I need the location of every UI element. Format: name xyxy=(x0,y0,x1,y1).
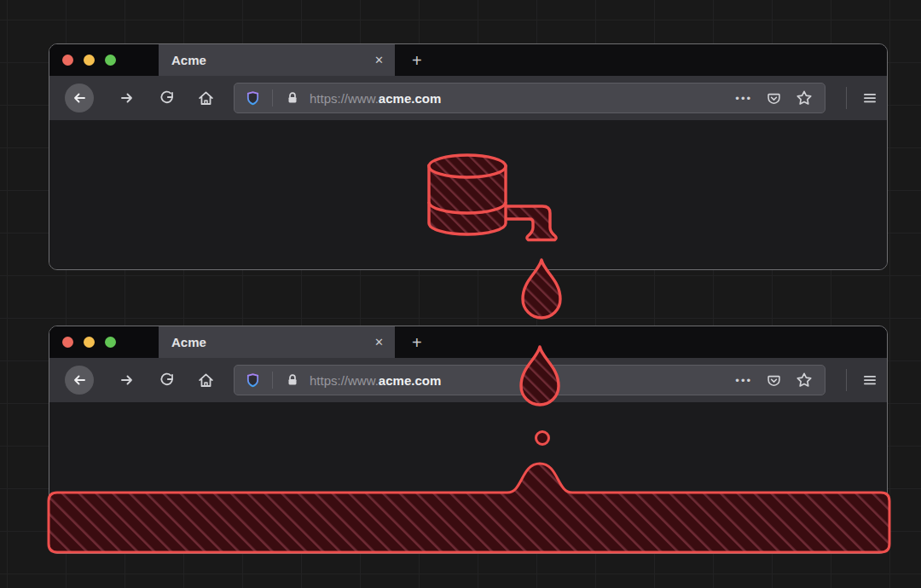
url-domain: acme.com xyxy=(379,373,441,388)
spout-icon xyxy=(505,206,556,240)
bookmark-star-icon[interactable] xyxy=(796,372,813,389)
minimize-window-button[interactable] xyxy=(84,337,95,348)
drop-on-urlbar-icon xyxy=(519,345,560,408)
window-controls xyxy=(49,44,159,76)
navigation-toolbar: https://www.acme.com ••• xyxy=(49,76,887,120)
url-bar-actions: ••• xyxy=(735,372,825,389)
home-icon xyxy=(197,372,215,389)
navigation-toolbar: https://www.acme.com ••• xyxy=(49,358,887,402)
page-actions-icon[interactable]: ••• xyxy=(735,375,752,386)
url-bar-divider xyxy=(272,89,273,107)
url-text: https://www.acme.com xyxy=(310,373,441,388)
back-arrow-icon xyxy=(71,372,88,389)
pocket-icon[interactable] xyxy=(766,372,782,389)
lock-icon xyxy=(286,373,299,387)
falling-drop-icon xyxy=(521,258,562,321)
app-menu-button[interactable] xyxy=(861,372,878,389)
database-cylinder-icon xyxy=(429,155,506,234)
forward-button[interactable] xyxy=(119,372,136,389)
hamburger-menu-icon xyxy=(861,89,878,107)
forward-button[interactable] xyxy=(119,89,136,107)
tracking-protection-shield-icon[interactable] xyxy=(245,90,261,107)
new-tab-button[interactable]: + xyxy=(412,52,422,69)
url-text: https://www.acme.com xyxy=(310,91,441,106)
window-controls xyxy=(49,326,159,358)
lock-icon xyxy=(286,91,299,105)
forward-arrow-icon xyxy=(119,89,136,107)
back-arrow-icon xyxy=(71,89,88,107)
small-droplet-icon xyxy=(533,429,552,447)
tracking-protection-shield-icon[interactable] xyxy=(245,372,261,389)
back-button[interactable] xyxy=(65,366,94,395)
close-window-button[interactable] xyxy=(62,337,73,348)
close-window-button[interactable] xyxy=(62,55,73,66)
tab-close-icon[interactable]: ✕ xyxy=(374,55,384,66)
tab-acme[interactable]: Acme ✕ xyxy=(159,326,395,358)
url-bar-divider xyxy=(272,372,273,389)
tab-title: Acme xyxy=(171,335,206,349)
url-scheme: https://www. xyxy=(310,373,379,388)
toolbar-divider xyxy=(846,87,847,109)
back-button[interactable] xyxy=(65,84,94,112)
tab-bar: Acme ✕ + xyxy=(49,44,887,76)
minimize-window-button[interactable] xyxy=(84,55,95,66)
zoom-window-button[interactable] xyxy=(105,337,116,348)
leak-pool-illustration xyxy=(43,458,895,557)
tab-close-icon[interactable]: ✕ xyxy=(374,337,384,348)
pool-with-splash xyxy=(49,464,889,552)
pocket-icon[interactable] xyxy=(766,90,782,107)
app-menu-button[interactable] xyxy=(861,89,878,107)
home-icon xyxy=(197,89,215,107)
reload-button[interactable] xyxy=(159,372,176,389)
page-actions-icon[interactable]: ••• xyxy=(735,93,752,104)
url-domain: acme.com xyxy=(379,91,441,106)
tab-title: Acme xyxy=(171,53,206,67)
new-tab-button[interactable]: + xyxy=(412,334,422,351)
hamburger-menu-icon xyxy=(861,372,878,389)
url-bar[interactable]: https://www.acme.com ••• xyxy=(234,83,825,113)
url-bar-actions: ••• xyxy=(735,89,825,107)
zoom-window-button[interactable] xyxy=(105,55,116,66)
home-button[interactable] xyxy=(197,372,215,389)
reload-icon xyxy=(159,372,176,389)
database-leak-illustration xyxy=(422,150,567,245)
tab-acme[interactable]: Acme ✕ xyxy=(159,44,395,76)
home-button[interactable] xyxy=(197,89,215,107)
tab-bar: Acme ✕ + xyxy=(49,326,887,358)
reload-icon xyxy=(159,89,176,107)
toolbar-divider xyxy=(846,369,847,391)
url-scheme: https://www. xyxy=(310,91,379,106)
forward-arrow-icon xyxy=(119,372,136,389)
reload-button[interactable] xyxy=(159,89,176,107)
bookmark-star-icon[interactable] xyxy=(796,89,813,107)
